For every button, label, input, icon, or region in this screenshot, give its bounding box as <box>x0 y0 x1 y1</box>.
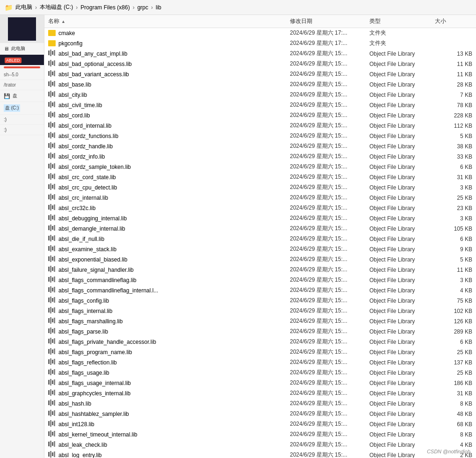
file-size-cell: 6 KB <box>435 339 472 345</box>
path-drive[interactable]: 本地磁盘 (C:) <box>40 3 73 11</box>
svg-rect-80 <box>48 256 50 261</box>
lib-file-icon <box>48 420 56 428</box>
table-row[interactable]: absl_flags_usage_internal.lib2024/6/29 星… <box>44 378 476 388</box>
svg-rect-95 <box>54 287 55 292</box>
file-type-cell: Object File Library <box>369 256 435 263</box>
table-row[interactable]: absl_hash.lib2024/6/29 星期六 15:...Object … <box>44 399 476 409</box>
file-name-cell: absl_flags_private_handle_accessor.lib <box>48 338 290 346</box>
table-row[interactable]: absl_cord_internal.lib2024/6/29 星期六 15:.… <box>44 121 476 131</box>
table-row[interactable]: absl_flags_commandlineflag.lib2024/6/29 … <box>44 275 476 285</box>
svg-rect-31 <box>54 122 55 128</box>
lib-file-icon <box>48 132 56 140</box>
table-row[interactable]: absl_demangle_internal.lib2024/6/29 星期六 … <box>44 224 476 234</box>
lib-file-icon <box>48 358 56 366</box>
file-type-cell: Object File Library <box>369 92 435 98</box>
table-row[interactable]: absl_bad_optional_access.lib2024/6/29 星期… <box>44 59 476 69</box>
table-row[interactable]: absl_crc_cord_state.lib2024/6/29 星期六 15:… <box>44 172 476 182</box>
svg-rect-130 <box>52 380 53 384</box>
file-name-text: absl_cordz_functions.lib <box>58 133 118 139</box>
table-row[interactable]: absl_civil_time.lib2024/6/29 星期六 15:...O… <box>44 100 476 110</box>
table-row[interactable]: absl_bad_variant_access.lib2024/6/29 星期六… <box>44 69 476 80</box>
file-name-text: pkgconfig <box>58 40 82 47</box>
table-row[interactable]: absl_flags_private_handle_accessor.lib20… <box>44 337 476 347</box>
table-row[interactable]: absl_hashtablez_sampler.lib2024/6/29 星期六… <box>44 409 476 419</box>
path-lib[interactable]: lib <box>156 4 161 11</box>
table-row[interactable]: absl_flags_internal.lib2024/6/29 星期六 15:… <box>44 306 476 316</box>
table-row[interactable]: absl_crc_cpu_detect.lib2024/6/29 星期六 15:… <box>44 182 476 193</box>
table-row[interactable]: absl_debugging_internal.lib2024/6/29 星期六… <box>44 213 476 224</box>
table-row[interactable]: absl_flags_commandlineflag_internal.l...… <box>44 285 476 296</box>
file-size-cell: 5 KB <box>435 133 472 139</box>
table-row[interactable]: cmake2024/6/29 星期六 17:...文件夹 <box>44 28 476 38</box>
file-name-text: absl_bad_any_cast_impl.lib <box>58 51 127 57</box>
sidebar-item-extra2[interactable]: :) <box>0 125 44 135</box>
table-row[interactable]: absl_crc32c.lib2024/6/29 星期六 15:...Objec… <box>44 203 476 213</box>
file-name-cell: absl_flags_commandlineflag_internal.l... <box>48 286 290 294</box>
svg-rect-15 <box>54 81 55 87</box>
table-row[interactable]: absl_cordz_info.lib2024/6/29 星期六 15:...O… <box>44 152 476 162</box>
table-row[interactable]: absl_int128.lib2024/6/29 星期六 15:...Objec… <box>44 419 476 429</box>
table-row[interactable]: absl_die_if_null.lib2024/6/29 星期六 15:...… <box>44 234 476 244</box>
file-size-cell: 11 KB <box>435 267 472 273</box>
svg-rect-72 <box>48 236 50 240</box>
svg-rect-154 <box>52 442 53 446</box>
table-row[interactable]: absl_leak_check.lib2024/6/29 星期六 15:...O… <box>44 440 476 450</box>
svg-rect-51 <box>54 174 55 179</box>
svg-rect-49 <box>50 173 51 180</box>
col-header-type[interactable]: 类型 <box>369 17 435 25</box>
file-name-cell: absl_crc_cord_state.lib <box>48 173 290 181</box>
file-size-cell: 75 KB <box>435 298 472 304</box>
file-name-cell: absl_hash.lib <box>48 400 290 407</box>
table-row[interactable]: pkgconfig2024/6/29 星期六 17:...文件夹 <box>44 38 476 49</box>
sidebar-item-disk-c[interactable]: 盘 (C:) <box>0 102 44 115</box>
svg-rect-6 <box>52 61 53 65</box>
table-row[interactable]: absl_cordz_functions.lib2024/6/29 星期六 15… <box>44 131 476 141</box>
svg-rect-137 <box>50 400 51 406</box>
svg-rect-79 <box>54 246 55 251</box>
table-row[interactable]: absl_exponential_biased.lib2024/6/29 星期六… <box>44 254 476 265</box>
table-row[interactable]: absl_flags_marshalling.lib2024/6/29 星期六 … <box>44 316 476 327</box>
col-header-size[interactable]: 大小 <box>435 17 472 25</box>
file-size-cell: 228 KB <box>435 112 472 119</box>
table-row[interactable]: absl_flags_reflection.lib2024/6/29 星期六 1… <box>44 357 476 368</box>
col-header-name[interactable]: 名称 ▲ <box>48 17 290 25</box>
path-computer[interactable]: 此电脑 <box>15 3 32 11</box>
sidebar-item-disk[interactable]: 💾 盘 <box>0 90 44 102</box>
sidebar-item-trator[interactable]: /trator <box>0 80 44 90</box>
sidebar-item-sh[interactable]: sh--5.0 <box>0 70 44 80</box>
lib-file-icon <box>48 297 56 305</box>
col-header-date[interactable]: 修改日期 <box>290 17 369 25</box>
table-row[interactable]: absl_bad_any_cast_impl.lib2024/6/29 星期六 … <box>44 49 476 59</box>
table-row[interactable]: absl_base.lib2024/6/29 星期六 15:...Object … <box>44 80 476 90</box>
table-row[interactable]: absl_failure_signal_handler.lib2024/6/29… <box>44 265 476 275</box>
file-date-cell: 2024/6/29 星期六 15:... <box>290 276 369 284</box>
lib-file-icon <box>48 101 56 109</box>
table-row[interactable]: absl_examine_stack.lib2024/6/29 星期六 15:.… <box>44 244 476 254</box>
svg-rect-88 <box>48 277 50 282</box>
sidebar-item-computer[interactable]: 🖥 此电脑 <box>0 43 44 55</box>
table-row[interactable]: absl_cord.lib2024/6/29 星期六 15:...Object … <box>44 110 476 121</box>
file-date-cell: 2024/6/29 星期六 15:... <box>290 225 369 233</box>
file-name-text: absl_flags_commandlineflag.lib <box>58 277 137 284</box>
sidebar-item-extra1[interactable]: :) <box>0 115 44 125</box>
table-row[interactable]: absl_cordz_handle.lib2024/6/29 星期六 15:..… <box>44 141 476 152</box>
table-row[interactable]: absl_log_entry.lib2024/6/29 星期六 15:...Ob… <box>44 450 476 458</box>
file-date-cell: 2024/6/29 星期六 15:... <box>290 338 369 346</box>
table-row[interactable]: absl_city.lib2024/6/29 星期六 15:...Object … <box>44 90 476 100</box>
table-row[interactable]: absl_kernel_timeout_internal.lib2024/6/2… <box>44 429 476 440</box>
path-programfiles[interactable]: Program Files (x86) <box>80 4 130 11</box>
svg-rect-55 <box>54 184 55 189</box>
svg-rect-50 <box>52 174 53 178</box>
table-row[interactable]: absl_graphcycles_internal.lib2024/6/29 星… <box>44 388 476 399</box>
path-grpc[interactable]: grpc <box>137 4 148 11</box>
file-date-cell: 2024/6/29 星期六 15:... <box>290 142 369 150</box>
table-row[interactable]: absl_flags_usage.lib2024/6/29 星期六 15:...… <box>44 368 476 378</box>
table-row[interactable]: absl_cordz_sample_token.lib2024/6/29 星期六… <box>44 162 476 172</box>
table-row[interactable]: absl_flags_config.lib2024/6/29 星期六 15:..… <box>44 296 476 306</box>
table-row[interactable]: absl_flags_program_name.lib2024/6/29 星期六… <box>44 347 476 357</box>
svg-rect-34 <box>52 133 53 137</box>
svg-rect-52 <box>48 184 50 189</box>
table-row[interactable]: absl_flags_parse.lib2024/6/29 星期六 15:...… <box>44 327 476 337</box>
svg-rect-63 <box>54 204 55 210</box>
table-row[interactable]: absl_crc_internal.lib2024/6/29 星期六 15:..… <box>44 193 476 203</box>
